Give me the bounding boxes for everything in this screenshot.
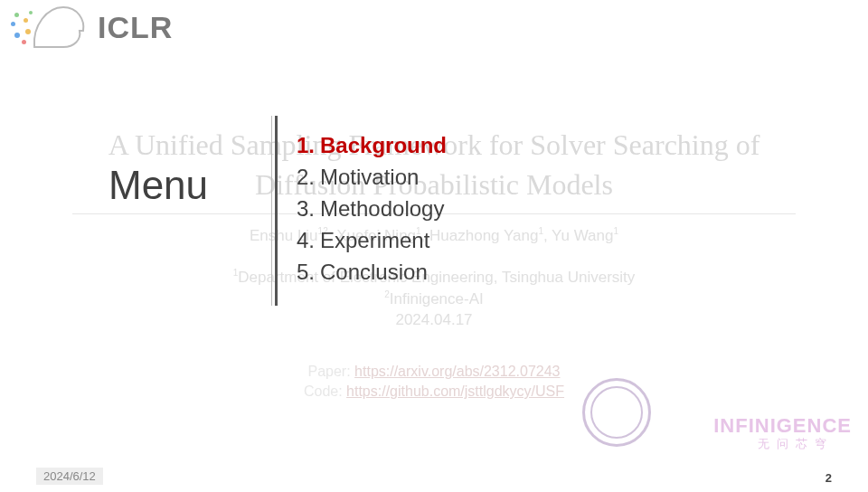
paper-link[interactable]: https://arxiv.org/abs/2312.07243 xyxy=(354,364,560,379)
links-block: Paper: https://arxiv.org/abs/2312.07243 … xyxy=(0,362,868,402)
affiliation-2: 2Infinigence-AI xyxy=(0,289,868,308)
code-label: Code: xyxy=(304,383,346,399)
code-link[interactable]: https://github.com/jsttlgdkycy/USF xyxy=(346,383,564,399)
menu-list: 1.Background 2.Motivation 3.Methodology … xyxy=(297,127,447,291)
presentation-date: 2024.04.17 xyxy=(0,311,868,329)
menu-divider xyxy=(275,116,278,306)
menu-item-conclusion[interactable]: 5.Conclusion xyxy=(297,260,447,285)
infinigence-logo-text: INFINIGENCE xyxy=(713,414,852,438)
footer: 2024/6/12 2 xyxy=(0,467,868,487)
infinigence-logo-subtext: 无问芯穹 xyxy=(758,436,834,452)
menu-item-background[interactable]: 1.Background xyxy=(297,133,447,158)
slide: ICLR A Unified Sampling Framework for So… xyxy=(0,0,868,492)
menu-heading: Menu xyxy=(108,163,208,208)
menu-item-methodology[interactable]: 3.Methodology xyxy=(297,196,447,222)
paper-label: Paper: xyxy=(308,364,355,379)
menu-item-motivation[interactable]: 2.Motivation xyxy=(297,165,447,190)
footer-date: 2024/6/12 xyxy=(36,468,103,485)
menu-item-experiment[interactable]: 4.Experiment xyxy=(297,228,447,253)
footer-page-number: 2 xyxy=(826,471,832,485)
university-seal-icon xyxy=(582,378,651,447)
